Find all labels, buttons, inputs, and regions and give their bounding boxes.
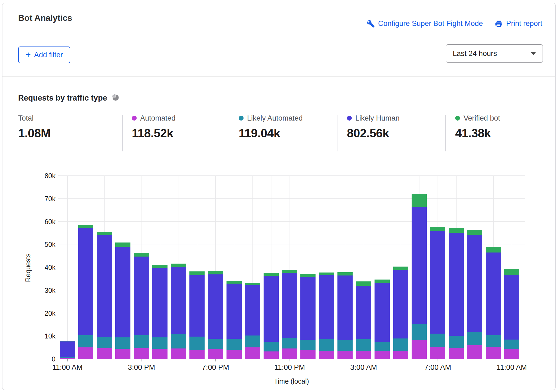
segment-likely-human[interactable] <box>78 228 93 335</box>
segment-verified-bot[interactable] <box>208 271 223 275</box>
segment-automated[interactable] <box>60 358 75 359</box>
segment-automated[interactable] <box>245 347 260 359</box>
segment-likely-automated[interactable] <box>60 357 75 358</box>
segment-automated[interactable] <box>486 347 501 359</box>
segment-likely-automated[interactable] <box>430 334 445 347</box>
segment-likely-automated[interactable] <box>375 342 390 350</box>
segment-likely-human[interactable] <box>486 253 501 335</box>
segment-automated[interactable] <box>412 340 427 359</box>
segment-automated[interactable] <box>189 350 205 359</box>
segment-verified-bot[interactable] <box>449 228 464 233</box>
segment-likely-automated[interactable] <box>337 340 353 351</box>
segment-automated[interactable] <box>152 349 168 359</box>
segment-automated[interactable] <box>467 345 482 359</box>
segment-automated[interactable] <box>337 351 353 359</box>
segment-likely-human[interactable] <box>171 267 186 334</box>
segment-verified-bot[interactable] <box>504 269 519 275</box>
segment-likely-human[interactable] <box>227 284 242 339</box>
segment-likely-automated[interactable] <box>449 336 464 348</box>
segment-likely-automated[interactable] <box>282 338 297 348</box>
segment-automated[interactable] <box>356 351 371 359</box>
segment-automated[interactable] <box>78 347 93 359</box>
segment-likely-human[interactable] <box>375 283 390 342</box>
segment-verified-bot[interactable] <box>430 227 445 231</box>
segment-likely-human[interactable] <box>300 277 316 340</box>
segment-likely-automated[interactable] <box>152 337 168 349</box>
segment-likely-human[interactable] <box>60 341 75 357</box>
segment-verified-bot[interactable] <box>115 242 130 247</box>
segment-likely-automated[interactable] <box>227 339 242 350</box>
segment-likely-human[interactable] <box>337 275 353 340</box>
add-filter-button[interactable]: + Add filter <box>18 46 70 63</box>
configure-super-bot-fight-mode-link[interactable]: Configure Super Bot Fight Mode <box>367 19 483 28</box>
segment-likely-automated[interactable] <box>264 342 279 351</box>
segment-verified-bot[interactable] <box>337 272 353 275</box>
segment-verified-bot[interactable] <box>152 265 168 268</box>
segment-likely-human[interactable] <box>134 257 149 335</box>
segment-verified-bot[interactable] <box>300 274 316 277</box>
segment-automated[interactable] <box>504 349 519 359</box>
segment-likely-human[interactable] <box>467 235 482 332</box>
segment-likely-automated[interactable] <box>486 335 501 347</box>
segment-likely-human[interactable] <box>504 275 519 340</box>
segment-likely-human[interactable] <box>393 270 408 338</box>
segment-likely-automated[interactable] <box>189 337 205 350</box>
segment-automated[interactable] <box>264 351 279 359</box>
segment-verified-bot[interactable] <box>171 264 186 267</box>
segment-likely-human[interactable] <box>97 235 112 337</box>
segment-likely-human[interactable] <box>412 207 427 324</box>
segment-likely-automated[interactable] <box>412 324 427 340</box>
segment-automated[interactable] <box>227 350 242 359</box>
segment-likely-automated[interactable] <box>300 340 316 350</box>
print-report-link[interactable]: Print report <box>495 19 542 28</box>
segment-automated[interactable] <box>171 348 186 359</box>
segment-likely-human[interactable] <box>245 285 260 335</box>
segment-automated[interactable] <box>97 348 112 359</box>
segment-likely-automated[interactable] <box>97 337 112 348</box>
segment-likely-human[interactable] <box>449 233 464 336</box>
segment-verified-bot[interactable] <box>245 283 260 285</box>
segment-verified-bot[interactable] <box>319 273 334 275</box>
segment-likely-human[interactable] <box>430 231 445 334</box>
segment-likely-automated[interactable] <box>356 339 371 351</box>
segment-likely-human[interactable] <box>115 247 130 338</box>
segment-automated[interactable] <box>449 348 464 359</box>
segment-verified-bot[interactable] <box>264 273 279 276</box>
segment-likely-human[interactable] <box>208 274 223 338</box>
segment-verified-bot[interactable] <box>467 230 482 235</box>
segment-verified-bot[interactable] <box>189 271 205 275</box>
segment-verified-bot[interactable] <box>375 280 390 283</box>
segment-verified-bot[interactable] <box>60 341 75 341</box>
time-range-dropdown[interactable]: Last 24 hours <box>446 44 543 63</box>
segment-likely-automated[interactable] <box>78 335 93 347</box>
segment-verified-bot[interactable] <box>97 232 112 235</box>
segment-likely-human[interactable] <box>189 275 205 337</box>
segment-likely-automated[interactable] <box>115 337 130 349</box>
segment-automated[interactable] <box>300 350 316 359</box>
segment-verified-bot[interactable] <box>134 253 149 257</box>
segment-likely-human[interactable] <box>356 286 371 339</box>
segment-automated[interactable] <box>430 347 445 359</box>
segment-likely-human[interactable] <box>282 273 297 338</box>
segment-likely-automated[interactable] <box>171 334 186 348</box>
segment-automated[interactable] <box>282 348 297 359</box>
segment-automated[interactable] <box>375 351 390 359</box>
segment-likely-automated[interactable] <box>319 339 334 351</box>
segment-likely-human[interactable] <box>152 268 168 337</box>
segment-verified-bot[interactable] <box>486 247 501 253</box>
segment-verified-bot[interactable] <box>282 270 297 273</box>
segment-verified-bot[interactable] <box>356 281 371 286</box>
segment-likely-automated[interactable] <box>208 339 223 349</box>
segment-likely-automated[interactable] <box>245 335 260 347</box>
segment-verified-bot[interactable] <box>393 267 408 270</box>
segment-likely-human[interactable] <box>264 276 279 342</box>
segment-likely-automated[interactable] <box>393 338 408 351</box>
segment-automated[interactable] <box>208 349 223 359</box>
segment-likely-automated[interactable] <box>134 335 149 348</box>
segment-automated[interactable] <box>393 351 408 359</box>
segment-verified-bot[interactable] <box>227 281 242 284</box>
segment-verified-bot[interactable] <box>78 225 93 228</box>
segment-likely-human[interactable] <box>319 275 334 339</box>
segment-likely-automated[interactable] <box>504 340 519 349</box>
segment-verified-bot[interactable] <box>412 194 427 207</box>
